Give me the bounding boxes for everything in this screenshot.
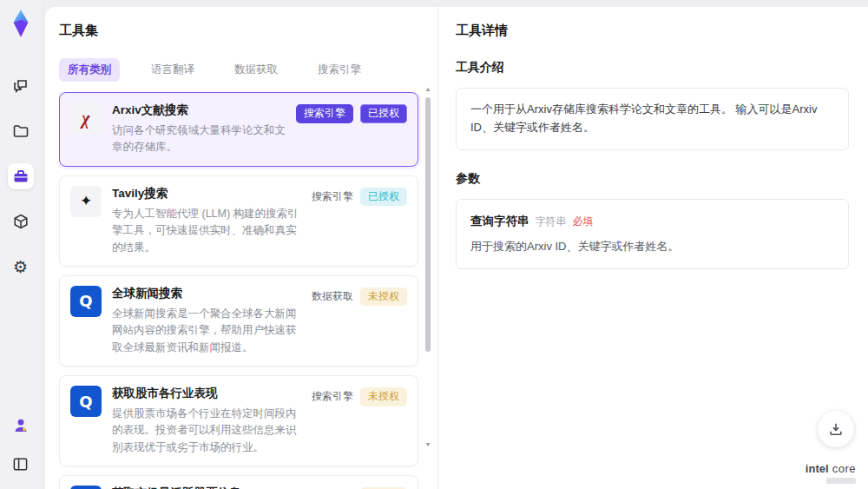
toolbox-icon-active[interactable] xyxy=(8,163,34,189)
tool-list: χ Arxiv文献搜索 访问各个研究领域大量科学论文和文章的存储库。 搜索引擎 … xyxy=(59,92,437,489)
tool-name: Arxiv文献搜索 xyxy=(112,102,286,118)
tools-panel: 工具集 所有类别 语言翻译 数据获取 搜索引擎 χ Arxiv文献搜索 访问各个… xyxy=(45,7,438,489)
auth-status-badge: 已授权 xyxy=(360,104,407,123)
tool-card-arxiv[interactable]: χ Arxiv文献搜索 访问各个研究领域大量科学论文和文章的存储库。 搜索引擎 … xyxy=(59,92,418,167)
tool-card-global-news[interactable]: Q 全球新闻搜索 全球新闻搜索是一个聚合全球各大新闻网站内容的搜索引擎，帮助用户… xyxy=(59,275,418,367)
blue-app-logo-icon: Q xyxy=(70,486,102,489)
tool-detail-panel: 工具详情 工具介绍 一个用于从Arxiv存储库搜索科学论文和文章的工具。 输入可… xyxy=(438,7,868,489)
tab-data-fetch[interactable]: 数据获取 xyxy=(226,58,286,82)
param-type: 字符串 xyxy=(536,214,567,230)
tool-name: Tavily搜索 xyxy=(112,186,301,202)
param-required-badge: 必填 xyxy=(573,214,594,230)
tool-description: 全球新闻搜索是一个聚合全球各大新闻网站内容的搜索引擎，帮助用户快速获取全球最新资… xyxy=(112,306,301,356)
app-rail: ⚙ xyxy=(0,0,41,489)
user-icon[interactable] xyxy=(8,413,34,439)
list-scrollbar[interactable]: ▲ ▼ xyxy=(424,73,432,484)
download-icon xyxy=(828,421,844,437)
scroll-down-icon[interactable]: ▼ xyxy=(424,440,432,449)
tool-description: 提供股票市场各个行业在特定时间段内的表现。投资者可以利用这些信息来识别表现优于或… xyxy=(112,406,301,456)
category-badge: 数据获取 xyxy=(312,287,353,307)
category-badge: 搜索引擎 xyxy=(296,104,353,123)
blue-app-logo-icon: Q xyxy=(70,286,102,317)
download-button[interactable] xyxy=(818,411,854,447)
main-surface: 工具集 所有类别 语言翻译 数据获取 搜索引擎 χ Arxiv文献搜索 访问各个… xyxy=(45,7,868,489)
tool-card-tavily[interactable]: ✦ Tavily搜索 专为人工智能代理 (LLM) 构建的搜索引擎工具，可快速提… xyxy=(59,175,418,267)
auth-status-badge: 未授权 xyxy=(360,387,407,406)
detail-title: 工具详情 xyxy=(456,23,849,39)
intro-box: 一个用于从Arxiv存储库搜索科学论文和文章的工具。 输入可以是Arxiv ID… xyxy=(456,88,849,150)
arxiv-logo-icon: χ xyxy=(70,102,102,134)
auth-status-badge: 未授权 xyxy=(360,287,407,307)
chat-icon[interactable] xyxy=(8,73,34,99)
params-heading: 参数 xyxy=(456,171,849,187)
page-title: 工具集 xyxy=(59,23,437,39)
intro-heading: 工具介绍 xyxy=(456,60,849,76)
gear-icon[interactable]: ⚙ xyxy=(8,254,34,280)
category-badge: 搜索引擎 xyxy=(312,387,353,406)
tool-name: 获取市场最活跃股票信息 xyxy=(112,486,301,489)
category-tabs: 所有类别 语言翻译 数据获取 搜索引擎 xyxy=(59,58,437,82)
param-description: 用于搜索的Arxiv ID、关键字或作者姓名。 xyxy=(470,238,834,256)
category-badge: 搜索引擎 xyxy=(312,188,353,207)
tool-card-stock-sector[interactable]: Q 获取股市各行业表现 提供股票市场各个行业在特定时间段内的表现。投资者可以利用… xyxy=(59,375,418,466)
parameter-box: 查询字符串 字符串 必填 用于搜索的Arxiv ID、关键字或作者姓名。 xyxy=(456,199,849,269)
auth-status-badge: 已授权 xyxy=(360,188,407,207)
tool-name: 全球新闻搜索 xyxy=(112,286,301,301)
tool-card-active-stocks[interactable]: Q 获取市场最活跃股票信息 提供当天交易量最高的股票列表，投资者可以利用这些信息… xyxy=(59,475,418,489)
scroll-up-icon[interactable]: ▲ xyxy=(424,85,432,94)
blue-app-logo-icon: Q xyxy=(70,386,102,417)
tab-language-translation[interactable]: 语言翻译 xyxy=(142,58,203,82)
app-logo xyxy=(8,9,34,38)
tool-name: 获取股市各行业表现 xyxy=(112,386,301,401)
tab-all-categories[interactable]: 所有类别 xyxy=(59,58,120,82)
scrollbar-thumb[interactable] xyxy=(425,97,431,352)
tavily-logo-icon: ✦ xyxy=(70,186,102,217)
tool-description: 访问各个研究领域大量科学论文和文章的存储库。 xyxy=(112,122,286,156)
intel-core-logo: intel core xyxy=(806,462,856,475)
intel-core-logo-sub xyxy=(826,478,856,484)
tab-search-engine[interactable]: 搜索引擎 xyxy=(309,58,370,82)
tool-description: 专为人工智能代理 (LLM) 构建的搜索引擎工具，可快速提供实时、准确和真实的结… xyxy=(112,206,301,256)
folder-icon[interactable] xyxy=(8,118,34,144)
panel-toggle-icon[interactable] xyxy=(8,451,34,477)
param-name: 查询字符串 xyxy=(470,212,529,231)
cube-icon[interactable] xyxy=(8,208,34,235)
